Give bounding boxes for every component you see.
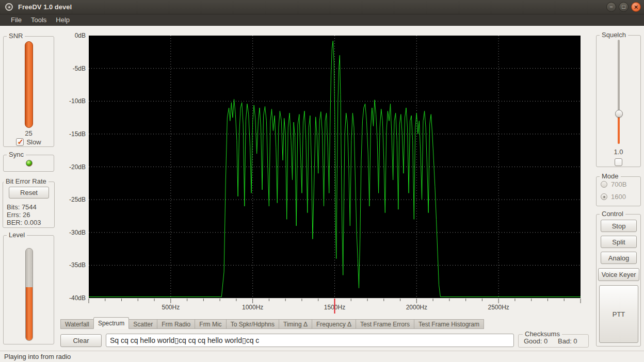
reset-button[interactable]: Reset <box>9 187 49 199</box>
sync-group: Sync <box>3 155 54 172</box>
svg-text:-30dB: -30dB <box>69 229 86 236</box>
view-tabs: Waterfall Spectrum Scatter Frm Radio Frm… <box>60 317 484 329</box>
mode-group-label: Mode <box>600 172 621 180</box>
tab-frm-radio[interactable]: Frm Radio <box>157 319 195 329</box>
squelch-group: Squelch 1.0 <box>596 35 641 167</box>
ptt-button[interactable]: PTT <box>599 285 638 343</box>
mode-group: Mode 700B 1600 <box>596 176 641 206</box>
message-text-input[interactable] <box>106 334 514 347</box>
slow-checkbox[interactable] <box>16 138 24 146</box>
svg-text:-5dB: -5dB <box>73 65 86 72</box>
sync-led-icon <box>26 160 33 167</box>
ber-bits: Bits: 7544 <box>7 203 41 211</box>
menu-help[interactable]: Help <box>51 15 74 25</box>
slow-checkbox-label: Slow <box>26 138 41 146</box>
tab-test-frame-errors[interactable]: Test Frame Errors <box>356 319 414 329</box>
radio-mode-1600[interactable] <box>601 193 607 200</box>
checksums-good: Good: 0 <box>524 337 548 345</box>
sync-group-label: Sync <box>7 151 26 158</box>
level-gauge-fill <box>26 287 33 340</box>
svg-text:-35dB: -35dB <box>69 261 86 269</box>
menu-tools[interactable]: Tools <box>26 15 51 25</box>
squelch-group-label: Squelch <box>600 31 628 39</box>
snr-gauge <box>25 41 33 128</box>
level-group-label: Level <box>7 231 27 239</box>
snr-value: 25 <box>4 129 54 137</box>
window-controls: − □ × <box>606 2 641 12</box>
squelch-slider-handle[interactable] <box>615 110 623 118</box>
menu-file[interactable]: File <box>6 15 26 25</box>
tab-scatter[interactable]: Scatter <box>128 319 157 329</box>
spectrum-plot[interactable]: 0dB-5dB-10dB-15dB-20dB-25dB-30dB-35dB-40… <box>60 27 590 316</box>
tab-to-spkr-hdphns[interactable]: To Spkr/Hdphns <box>226 319 279 329</box>
radio-mode-1600-label: 1600 <box>611 193 626 201</box>
squelch-enable-checkbox[interactable] <box>615 158 622 166</box>
voice-keyer-button[interactable]: Voice Keyer <box>598 268 639 281</box>
window-title: FreeDV 1.0 devel <box>18 3 72 11</box>
tab-test-frame-histogram[interactable]: Test Frame Histogram <box>414 319 484 329</box>
svg-text:-10dB: -10dB <box>69 97 86 105</box>
squelch-slider-fill <box>618 114 620 144</box>
tab-waterfall[interactable]: Waterfall <box>60 319 94 329</box>
checksums-bad: Bad: 0 <box>558 337 577 345</box>
ber-errs: Errs: 26 <box>7 211 41 219</box>
svg-text:-25dB: -25dB <box>69 196 86 203</box>
svg-text:-20dB: -20dB <box>69 163 86 171</box>
checksums-group-label: Checksums <box>523 330 562 338</box>
maximize-button[interactable]: □ <box>619 2 629 12</box>
snr-group: SNR 25 Slow <box>3 36 54 147</box>
svg-text:500Hz: 500Hz <box>162 304 180 311</box>
menubar: File Tools Help <box>0 14 644 26</box>
tab-frm-mic[interactable]: Frm Mic <box>195 319 226 329</box>
ber-group-label: Bit Error Rate <box>4 177 49 185</box>
ber-value: BER: 0.003 <box>7 219 41 226</box>
radio-mode-700b[interactable] <box>601 181 607 188</box>
snr-group-label: SNR <box>7 32 25 40</box>
svg-text:-15dB: -15dB <box>69 130 86 138</box>
svg-text:2000Hz: 2000Hz <box>406 304 427 311</box>
level-group: Level <box>3 235 54 344</box>
tab-frequency-delta[interactable]: Frequency Δ <box>312 319 356 329</box>
svg-text:2500Hz: 2500Hz <box>488 304 509 311</box>
checksums-group: Checksums Good: 0 Bad: 0 <box>518 334 589 348</box>
close-button[interactable]: × <box>631 2 641 12</box>
control-group: Control Stop Split Analog Voice Keyer PT… <box>596 214 641 347</box>
radio-mode-700b-label: 700B <box>611 180 626 188</box>
split-button[interactable]: Split <box>601 236 637 248</box>
app-icon <box>5 3 13 11</box>
svg-text:1000Hz: 1000Hz <box>242 304 263 311</box>
svg-text:-40dB: -40dB <box>69 294 86 302</box>
titlebar: FreeDV 1.0 devel − □ × <box>0 0 644 14</box>
minimize-button[interactable]: − <box>606 2 616 12</box>
clear-button[interactable]: Clear <box>60 334 102 347</box>
tab-timing-delta[interactable]: Timing Δ <box>279 319 312 329</box>
squelch-value: 1.0 <box>597 148 640 156</box>
control-group-label: Control <box>600 210 625 218</box>
statusbar: Playing into from radio <box>0 351 644 362</box>
ber-group: Bit Error Rate Reset Bits: 7544 Errs: 26… <box>3 182 55 228</box>
status-text: Playing into from radio <box>4 353 71 360</box>
analog-button[interactable]: Analog <box>601 252 637 264</box>
tab-spectrum[interactable]: Spectrum <box>93 317 129 329</box>
svg-text:0dB: 0dB <box>75 32 86 39</box>
stop-button[interactable]: Stop <box>601 220 637 232</box>
level-gauge <box>25 248 33 341</box>
